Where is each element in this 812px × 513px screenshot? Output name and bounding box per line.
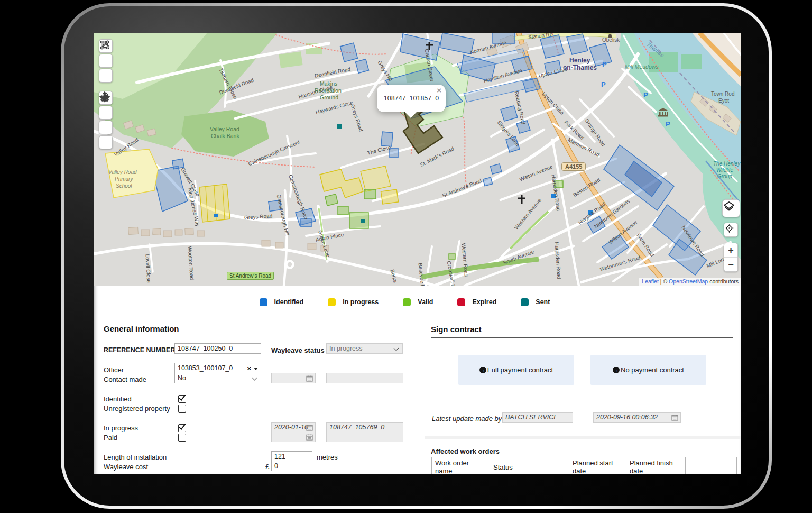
officer-clear-icon[interactable]: × xyxy=(247,364,251,372)
legend-label: In progress xyxy=(343,298,379,306)
draw-toolbar xyxy=(99,39,113,83)
attribution-divider: | © xyxy=(659,278,669,285)
osm-link[interactable]: OpenStreetMap xyxy=(669,278,708,285)
arrow-circle-icon xyxy=(479,367,486,373)
legend-label: Sent xyxy=(536,298,550,306)
officer-select[interactable]: 103853_100107_0 × xyxy=(174,363,261,373)
legend-item: Sent xyxy=(521,298,550,306)
eraser-icon xyxy=(99,91,110,103)
legend: IdentifiedIn progressValidExpiredSent xyxy=(94,290,728,314)
legend-swatch xyxy=(457,298,465,306)
cut-button[interactable] xyxy=(99,121,113,134)
zoom-in-button[interactable]: + xyxy=(724,243,737,257)
length-label: Length of installation xyxy=(104,453,167,461)
legend-swatch xyxy=(260,298,267,306)
legend-swatch xyxy=(403,298,411,306)
calendar-icon xyxy=(306,434,313,441)
reference-number-label: REFERENCE NUMBER xyxy=(104,346,175,354)
cost-currency: £ xyxy=(265,463,269,471)
length-unit: metres xyxy=(317,453,338,461)
wayleave-status-label: Wayleave status xyxy=(271,346,325,354)
identified-checkbox[interactable] xyxy=(178,395,186,403)
legend-swatch xyxy=(521,298,529,306)
move-button[interactable] xyxy=(99,106,113,120)
map[interactable]: Tilebarn CloseDeanfield RoadDeanfield Ro… xyxy=(94,33,741,286)
stage: Tilebarn CloseDeanfield RoadDeanfield Ro… xyxy=(0,0,812,513)
arrow-circle-icon xyxy=(613,367,620,373)
officer-caret-icon xyxy=(254,368,258,370)
draw-polygon-button[interactable] xyxy=(99,69,113,83)
legend-item: Identified xyxy=(260,298,304,306)
layers-control[interactable] xyxy=(722,199,740,217)
unregistered-property-label: Unregistered property xyxy=(104,405,170,413)
right-panel-border xyxy=(425,316,425,474)
work-order-column-header: Status xyxy=(490,457,569,475)
popup-close-icon[interactable]: × xyxy=(437,86,441,95)
work-order-column-header xyxy=(425,457,432,475)
attribution-suffix: contributors xyxy=(708,278,739,285)
general-information-heading: General information xyxy=(104,324,405,337)
locate-control[interactable] xyxy=(724,223,738,237)
work-orders-header-row: Work order nameStatusPlanned start dateP… xyxy=(425,457,737,475)
zoom-control: + − xyxy=(724,243,738,272)
map-attribution: Leaflet | © OpenStreetMap contributors xyxy=(639,278,741,286)
legend-item: Valid xyxy=(403,298,433,306)
calendar-icon xyxy=(306,424,313,431)
in-progress-date-field: 2020-01-10 xyxy=(271,422,316,433)
work-order-column-header: Planned start date xyxy=(569,457,626,475)
contact-made-label: Contact made xyxy=(104,375,146,383)
left-panel-border xyxy=(414,316,414,474)
officer-label: Officer xyxy=(104,366,124,374)
legend-label: Valid xyxy=(418,298,433,306)
road-badge: A4155 xyxy=(561,162,586,171)
contact-ref-field xyxy=(326,373,403,383)
in-progress-ref-field: 108747_105769_0 xyxy=(326,422,403,433)
zoom-out-button[interactable]: − xyxy=(724,257,737,271)
wayleave-status-select[interactable]: In progress xyxy=(326,343,403,354)
latest-update-time: 2020-09-16 00:06:32 xyxy=(596,414,658,421)
popup-reference: 108747_101857_0 xyxy=(377,95,446,102)
locate-icon xyxy=(724,223,734,233)
full-payment-contract-button[interactable]: Full payment contract xyxy=(458,355,574,385)
work-order-column-header: Planned finish date xyxy=(626,457,686,475)
draw-rectangle-button[interactable] xyxy=(99,54,113,68)
legend-swatch xyxy=(328,298,336,306)
edit-toolbar xyxy=(99,91,113,149)
latest-update-time-field: 2020-09-16 00:06:32 xyxy=(593,412,681,423)
calendar-icon xyxy=(306,375,313,382)
paid-date-field xyxy=(271,432,316,442)
paid-label: Paid xyxy=(104,434,117,442)
legend-item: Expired xyxy=(457,298,496,306)
contact-date-field xyxy=(271,373,316,383)
no-payment-contract-button[interactable]: No payment contract xyxy=(590,355,706,385)
in-progress-date: 2020-01-10 xyxy=(274,424,308,431)
in-progress-checkbox[interactable] xyxy=(178,424,186,432)
sign-contract-heading: Sign contract xyxy=(431,325,733,338)
work-order-column-header: Work order name xyxy=(432,457,490,475)
officer-value: 103853_100107_0 xyxy=(178,364,233,372)
legend-label: Identified xyxy=(274,298,304,306)
paid-ref-field xyxy=(326,432,403,442)
latest-update-user-field: BATCH SERVICE xyxy=(502,412,573,423)
full-payment-label: Full payment contract xyxy=(487,366,553,374)
leaflet-link[interactable]: Leaflet xyxy=(642,278,659,285)
affected-work-orders-heading: Affected work orders xyxy=(431,447,500,455)
no-payment-label: No payment contract xyxy=(621,366,684,374)
length-input[interactable] xyxy=(271,451,312,462)
identified-label: Identified xyxy=(104,395,132,403)
section-divider xyxy=(425,436,741,439)
layers-icon xyxy=(723,200,735,213)
calendar-icon xyxy=(671,414,678,421)
paid-checkbox[interactable] xyxy=(178,434,186,442)
contact-made-select[interactable]: No xyxy=(174,373,261,383)
erase-button[interactable] xyxy=(99,135,113,149)
legend-label: Expired xyxy=(472,298,496,306)
latest-update-label: Latest update made by xyxy=(432,415,502,423)
polygon-icon xyxy=(99,39,110,51)
app-screen: Tilebarn CloseDeanfield RoadDeanfield Ro… xyxy=(94,33,741,474)
cost-input[interactable] xyxy=(271,461,312,471)
map-inprogress-polygons xyxy=(105,149,399,222)
map-canvas xyxy=(94,33,741,286)
unregistered-property-checkbox[interactable] xyxy=(178,405,186,413)
reference-number-input[interactable] xyxy=(174,343,261,354)
